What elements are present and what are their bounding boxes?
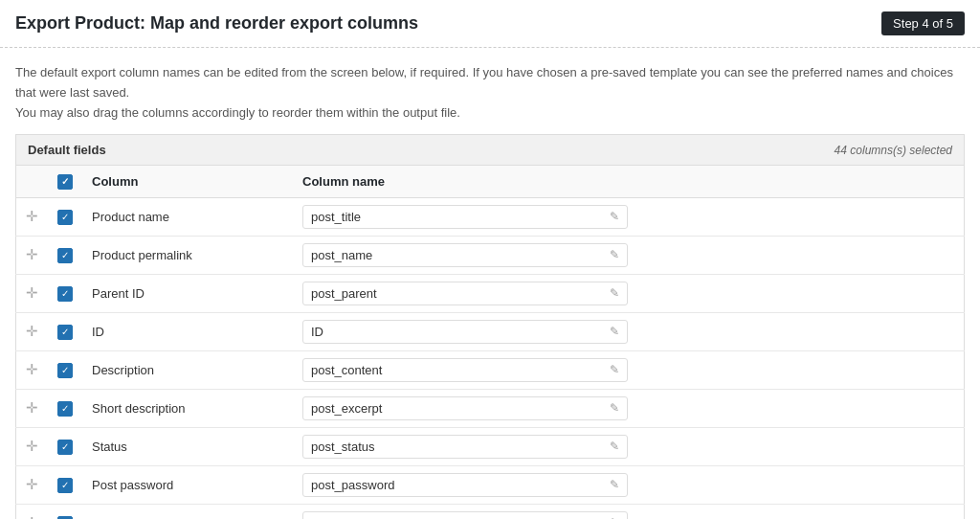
drag-handle-cell[interactable]: ✛ <box>16 389 49 427</box>
edit-icon[interactable]: ✎ <box>610 286 619 300</box>
name-input-wrapper[interactable]: post_name ✎ <box>302 243 628 267</box>
check-icon: ✓ <box>61 365 69 375</box>
row-checkbox[interactable]: ✓ <box>57 210 73 225</box>
row-checkbox-cell[interactable]: ✓ <box>48 504 82 519</box>
row-checkbox[interactable]: ✓ <box>57 325 73 340</box>
description-line2: You may also drag the columns accordingl… <box>15 103 965 124</box>
table-body: ✛✓Product name post_title ✎ ✛✓Product pe… <box>16 197 965 519</box>
row-checkbox[interactable]: ✓ <box>57 516 73 519</box>
column-name-input-cell[interactable]: ID ✎ <box>293 312 965 350</box>
table-row: ✛✓ID ID ✎ <box>16 312 965 350</box>
table-header-row: ✓ Column Column name <box>16 166 965 198</box>
column-name-input-cell[interactable]: menu_order ✎ <box>293 504 965 519</box>
name-input-value: post_parent <box>311 286 610 301</box>
drag-handle-icon[interactable]: ✛ <box>26 323 38 339</box>
check-icon: ✓ <box>61 441 69 452</box>
check-icon: ✓ <box>61 403 69 414</box>
column-label-cell: Menu order <box>82 504 293 519</box>
row-checkbox[interactable]: ✓ <box>57 401 73 417</box>
row-checkbox[interactable]: ✓ <box>57 248 73 263</box>
row-checkbox-cell[interactable]: ✓ <box>48 197 82 236</box>
drag-handle-cell[interactable]: ✛ <box>16 312 49 350</box>
description-line1: The default export column names can be e… <box>15 63 965 103</box>
column-label-cell: Description <box>82 350 293 389</box>
check-col-header[interactable]: ✓ <box>48 166 82 198</box>
row-checkbox-cell[interactable]: ✓ <box>48 350 82 389</box>
drag-handle-cell[interactable]: ✛ <box>16 350 49 389</box>
name-input-wrapper[interactable]: post_title ✎ <box>302 205 628 229</box>
name-input-wrapper[interactable]: ID ✎ <box>302 320 628 344</box>
column-name-input-cell[interactable]: post_content ✎ <box>293 350 965 389</box>
drag-handle-icon[interactable]: ✛ <box>26 246 38 262</box>
row-checkbox[interactable]: ✓ <box>57 478 73 493</box>
name-input-wrapper[interactable]: post_password ✎ <box>302 473 628 497</box>
column-label-cell: Product permalink <box>82 236 293 274</box>
check-icon: ✓ <box>61 250 69 260</box>
description-block: The default export column names can be e… <box>0 48 980 134</box>
edit-icon[interactable]: ✎ <box>610 478 619 491</box>
drag-handle-cell[interactable]: ✛ <box>16 504 49 519</box>
name-input-wrapper[interactable]: post_status ✎ <box>302 435 628 459</box>
drag-handle-cell[interactable]: ✛ <box>16 427 49 465</box>
name-input-value: post_title <box>311 210 610 224</box>
row-checkbox-cell[interactable]: ✓ <box>48 312 82 350</box>
drag-handle-icon[interactable]: ✛ <box>26 514 38 519</box>
page-header: Export Product: Map and reorder export c… <box>0 0 980 48</box>
name-input-wrapper[interactable]: menu_order ✎ <box>302 511 628 519</box>
table-row: ✛✓Product permalink post_name ✎ <box>16 236 965 274</box>
column-label-cell: Parent ID <box>82 274 293 312</box>
name-input-wrapper[interactable]: post_excerpt ✎ <box>302 396 628 420</box>
row-checkbox-cell[interactable]: ✓ <box>48 427 82 465</box>
edit-icon[interactable]: ✎ <box>610 401 619 415</box>
column-name-input-cell[interactable]: post_parent ✎ <box>293 274 965 312</box>
drag-handle-cell[interactable]: ✛ <box>16 197 49 236</box>
drag-handle-cell[interactable]: ✛ <box>16 274 49 312</box>
edit-icon[interactable]: ✎ <box>610 440 619 453</box>
check-icon: ✓ <box>61 327 69 337</box>
name-input-wrapper[interactable]: post_parent ✎ <box>302 282 628 305</box>
row-checkbox[interactable]: ✓ <box>57 286 73 302</box>
table-row: ✛✓Status post_status ✎ <box>16 427 965 465</box>
row-checkbox-cell[interactable]: ✓ <box>48 274 82 312</box>
row-checkbox[interactable]: ✓ <box>57 363 73 378</box>
name-input-value: post_name <box>311 248 610 262</box>
column-name-input-cell[interactable]: post_name ✎ <box>293 236 965 274</box>
page-title: Export Product: Map and reorder export c… <box>15 13 418 34</box>
table-container: Default fields 44 columns(s) selected ✓ … <box>15 134 965 519</box>
row-checkbox-cell[interactable]: ✓ <box>48 236 82 274</box>
header-checkbox[interactable]: ✓ <box>57 174 73 190</box>
name-input-value: post_excerpt <box>311 401 610 416</box>
column-name-input-cell[interactable]: post_password ✎ <box>293 465 965 504</box>
drag-handle-icon[interactable]: ✛ <box>26 284 38 301</box>
columns-table: ✓ Column Column name ✛✓Product name post… <box>15 165 965 519</box>
drag-col-header <box>16 166 49 198</box>
table-row: ✛✓Description post_content ✎ <box>16 350 965 389</box>
row-checkbox-cell[interactable]: ✓ <box>48 389 82 427</box>
drag-handle-icon[interactable]: ✛ <box>26 438 38 454</box>
column-name-input-cell[interactable]: post_status ✎ <box>293 427 965 465</box>
check-icon: ✓ <box>61 480 69 490</box>
check-icon: ✓ <box>61 212 69 222</box>
check-icon: ✓ <box>61 288 69 299</box>
header-check-icon: ✓ <box>61 176 69 187</box>
edit-icon[interactable]: ✎ <box>610 248 619 261</box>
row-checkbox-cell[interactable]: ✓ <box>48 465 82 504</box>
edit-icon[interactable]: ✎ <box>610 210 619 223</box>
edit-icon[interactable]: ✎ <box>610 363 619 376</box>
column-label-cell: Status <box>82 427 293 465</box>
drag-handle-icon[interactable]: ✛ <box>26 476 38 492</box>
drag-handle-icon[interactable]: ✛ <box>26 399 38 416</box>
drag-handle-icon[interactable]: ✛ <box>26 361 38 377</box>
column-name-header: Column name <box>293 166 965 198</box>
column-name-input-cell[interactable]: post_excerpt ✎ <box>293 389 965 427</box>
drag-handle-cell[interactable]: ✛ <box>16 465 49 504</box>
row-checkbox[interactable]: ✓ <box>57 440 73 455</box>
edit-icon[interactable]: ✎ <box>610 325 619 338</box>
name-input-wrapper[interactable]: post_content ✎ <box>302 358 628 382</box>
drag-handle-icon[interactable]: ✛ <box>26 208 38 224</box>
column-name-input-cell[interactable]: post_title ✎ <box>293 197 965 236</box>
column-label-cell: Short description <box>82 389 293 427</box>
drag-handle-cell[interactable]: ✛ <box>16 236 49 274</box>
section-header: Default fields 44 columns(s) selected <box>15 134 965 165</box>
name-input-value: post_status <box>311 440 610 454</box>
